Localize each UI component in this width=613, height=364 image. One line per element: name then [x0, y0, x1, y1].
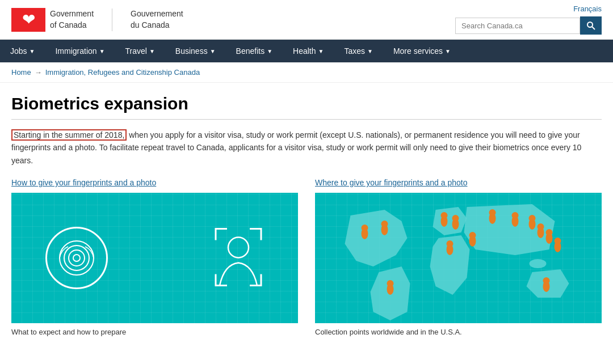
top-right: Français	[455, 5, 602, 35]
nav-item-taxes[interactable]: Taxes ▼	[334, 40, 383, 62]
svg-point-29	[538, 223, 544, 230]
benefits-arrow-icon: ▼	[267, 48, 272, 54]
fingerprint-circle	[45, 227, 108, 289]
health-arrow-icon: ▼	[318, 48, 324, 54]
svg-point-19	[469, 232, 476, 239]
breadcrumb-home[interactable]: Home	[11, 68, 31, 77]
svg-point-9	[362, 225, 368, 231]
canada-flag: ❤	[11, 8, 45, 32]
svg-point-33	[555, 238, 561, 244]
fingerprint-area	[45, 227, 108, 289]
nav-item-jobs[interactable]: Jobs ▼	[0, 40, 45, 62]
cards-row: How to give your fingerprints and a phot…	[11, 178, 602, 336]
svg-point-17	[452, 215, 459, 222]
gov-name-fr: Gouvernement du Canada	[131, 9, 183, 31]
svg-point-7	[530, 259, 547, 268]
card-fingerprints: How to give your fingerprints and a phot…	[11, 178, 298, 336]
world-map-svg	[315, 193, 602, 323]
jobs-arrow-icon: ▼	[30, 48, 35, 54]
card-right-link[interactable]: Where to give your fingerprints and a ph…	[315, 178, 602, 187]
nav-item-benefits[interactable]: Benefits ▼	[226, 40, 283, 62]
business-arrow-icon: ▼	[210, 48, 216, 54]
fingerprint-icon	[57, 238, 96, 278]
search-input[interactable]	[455, 18, 580, 34]
face-area	[213, 226, 264, 290]
card-left-link[interactable]: How to give your fingerprints and a phot…	[11, 178, 298, 187]
face-icon	[213, 226, 264, 289]
page-title: Biometrics expansion	[11, 94, 602, 120]
svg-point-4	[69, 250, 85, 266]
immigration-arrow-icon: ▼	[99, 48, 105, 54]
card-left-caption: What to expect and how to prepare	[11, 328, 298, 336]
breadcrumb-section[interactable]: Immigration, Refugees and Citizenship Ca…	[45, 68, 200, 77]
svg-point-27	[529, 215, 536, 222]
svg-point-21	[447, 240, 454, 247]
search-button[interactable]	[580, 16, 602, 35]
flag-logo: ❤ Government of Canada	[11, 8, 94, 32]
more-services-arrow-icon: ▼	[445, 48, 451, 54]
logo-area: ❤ Government of Canada Gouvernement du C…	[11, 8, 183, 32]
highlight-date: Starting in the summer of 2018,	[11, 129, 127, 141]
card-right-caption: Collection points worldwide and in the U…	[315, 328, 602, 336]
breadcrumb: Home → Immigration, Refugees and Citizen…	[0, 62, 613, 83]
logo-divider	[112, 9, 112, 31]
svg-line-1	[592, 27, 595, 29]
gov-en-line1: Government of Canada	[50, 9, 94, 31]
card-left-image	[11, 193, 298, 323]
svg-point-3	[64, 246, 89, 270]
breadcrumb-arrow-icon: →	[35, 68, 42, 77]
maple-leaf-icon: ❤	[22, 12, 35, 28]
search-icon	[586, 21, 595, 30]
svg-point-5	[73, 255, 80, 261]
card-locations: Where to give your fingerprints and a ph…	[315, 178, 602, 336]
main-nav: Jobs ▼ Immigration ▼ Travel ▼ Business ▼…	[0, 40, 613, 62]
svg-point-31	[546, 229, 553, 236]
nav-item-more-services[interactable]: More services ▼	[383, 40, 461, 62]
francais-link[interactable]: Français	[573, 5, 602, 13]
card-right-image	[315, 193, 602, 323]
travel-arrow-icon: ▼	[149, 48, 155, 54]
nav-item-business[interactable]: Business ▼	[165, 40, 226, 62]
svg-point-11	[381, 221, 388, 227]
taxes-arrow-icon: ▼	[367, 48, 373, 54]
svg-point-13	[387, 280, 394, 287]
nav-item-immigration[interactable]: Immigration ▼	[45, 40, 115, 62]
nav-item-health[interactable]: Health ▼	[283, 40, 334, 62]
gov-name-en: Government of Canada	[50, 9, 94, 31]
svg-point-0	[587, 22, 593, 27]
header: ❤ Government of Canada Gouvernement du C…	[0, 0, 613, 40]
svg-point-23	[489, 209, 496, 216]
svg-point-6	[228, 238, 249, 258]
svg-point-35	[543, 277, 550, 284]
intro-paragraph: Starting in the summer of 2018, when you…	[11, 129, 602, 167]
svg-point-25	[512, 212, 519, 219]
main-content: Biometrics expansion Starting in the sum…	[0, 83, 613, 348]
nav-item-travel[interactable]: Travel ▼	[115, 40, 165, 62]
svg-point-15	[441, 212, 448, 219]
search-bar	[455, 16, 602, 35]
